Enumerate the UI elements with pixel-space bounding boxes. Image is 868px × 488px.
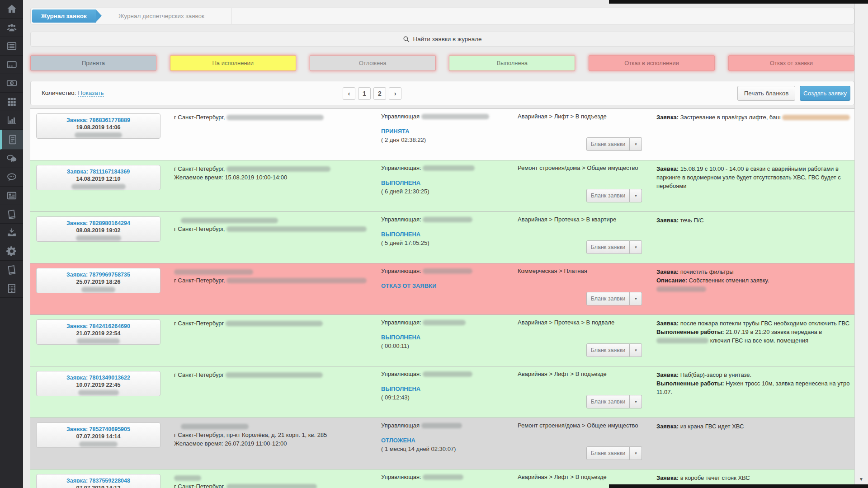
chat-icon — [6, 153, 18, 164]
address-line: г Санкт-Петербург, — [174, 225, 373, 233]
filter-refused-execution-button[interactable]: Отказ в исполнении — [589, 55, 715, 71]
next-page-button[interactable]: › — [389, 87, 401, 100]
request-card-link[interactable]: Заявка: 781116718436914.08.2019 12:10 — [36, 165, 160, 190]
redacted-text — [423, 474, 463, 480]
request-form-dropdown-caret[interactable]: ▾ — [630, 446, 642, 460]
request-datetime: 10.07.2019 22:45 — [37, 382, 160, 388]
request-card-link[interactable]: Заявка: 787996975873525.07.2019 18:26 — [36, 268, 160, 293]
description-line: Выполненные работы: 21.07.19 в 21:20 зая… — [656, 328, 852, 336]
request-id: Заявка: 7879969758735 — [37, 272, 160, 278]
request-form-button[interactable]: Бланк заявки — [586, 395, 630, 408]
request-card-link[interactable]: Заявка: 782898016429408.08.2019 19:02 — [36, 216, 160, 242]
description-field-label: Выполненные работы: — [656, 380, 726, 387]
request-datetime: 25.07.2019 18:26 — [37, 279, 160, 285]
prev-page-button[interactable]: ‹ — [343, 87, 355, 100]
description-line — [656, 285, 852, 293]
sidebar-item-gear[interactable] — [0, 242, 23, 261]
page-1-button[interactable]: 1 — [358, 87, 371, 100]
request-card-link[interactable]: Заявка: 780134901362210.07.2019 22:45 — [36, 371, 160, 396]
request-form-dropdown-caret[interactable]: ▾ — [630, 343, 642, 357]
request-form-dropdown-caret[interactable]: ▾ — [630, 137, 642, 151]
show-count-link[interactable]: Показать — [78, 89, 104, 97]
sidebar-item-chat[interactable] — [0, 150, 23, 168]
sidebar-item-news[interactable] — [0, 187, 23, 205]
request-form-button[interactable]: Бланк заявки — [586, 240, 630, 254]
sidebar-item-journal[interactable] — [0, 261, 23, 279]
request-id: Заявка: 7842416264690 — [37, 323, 160, 329]
description-field-label: Описание: — [656, 277, 689, 284]
request-address: г Санкт-Петербург, — [174, 216, 373, 233]
request-row: Заявка: 781116718436914.08.2019 12:10г С… — [30, 160, 854, 212]
request-form-dropdown-caret[interactable]: ▾ — [630, 240, 642, 254]
filter-refused-request-button[interactable]: Отказ от заявки — [728, 55, 854, 71]
main-content: Журнал заявок Журнал диспетчерских заяво… — [23, 0, 868, 488]
request-form-button[interactable]: Бланк заявки — [586, 137, 630, 151]
redacted-text — [79, 441, 118, 447]
create-request-button[interactable]: Создать заявку — [800, 86, 850, 101]
scroll-down-icon[interactable]: ▼ — [859, 477, 863, 482]
request-form-button[interactable]: Бланк заявки — [586, 343, 630, 357]
redacted-text — [78, 390, 119, 395]
redacted-text — [423, 371, 472, 377]
journal-icon — [6, 264, 18, 276]
filter-done-button[interactable]: Выполнена — [449, 55, 575, 71]
search-bar[interactable]: Найти заявки в журнале — [30, 32, 854, 47]
sidebar-item-book[interactable] — [0, 205, 23, 224]
filter-in-progress-button[interactable]: На исполнении — [170, 55, 296, 71]
sidebar-item-grid[interactable] — [0, 93, 23, 111]
request-card-link[interactable]: Заявка: 783755922804807.07.2019 14:12 — [36, 474, 160, 488]
request-card-link[interactable]: Заявка: 786836177888919.08.2019 14:06 — [36, 113, 160, 139]
sidebar-item-card[interactable] — [0, 56, 23, 74]
description-line: Заявка: Паб(бар)-засор в унитазе. — [656, 371, 852, 379]
request-form-split-button: Бланк заявки▾ — [586, 395, 642, 408]
sidebar-item-chart[interactable] — [0, 111, 23, 130]
request-company — [37, 131, 160, 139]
sidebar-item-home[interactable] — [0, 0, 23, 19]
redacted-line — [174, 422, 373, 431]
sidebar-item-document[interactable] — [0, 130, 23, 150]
management-company: Управляющая: — [381, 216, 472, 223]
address-line: г Санкт-Петербург, — [174, 276, 373, 285]
request-description: Заявка: из крана ГВС идет ХВС — [656, 422, 852, 431]
request-card-link[interactable]: Заявка: 785274069590507.07.2019 14:14 — [36, 422, 160, 448]
redacted-text — [226, 166, 330, 172]
request-row: Заявка: 787996975873525.07.2019 18:26г С… — [30, 263, 854, 315]
sidebar-item-building[interactable] — [0, 279, 23, 298]
description-field-label: Заявка: — [656, 474, 680, 481]
vertical-scrollbar[interactable]: ▼ — [854, 0, 868, 488]
request-form-dropdown-caret[interactable]: ▾ — [630, 292, 642, 305]
filter-postponed-button[interactable]: Отложена — [310, 55, 436, 71]
request-form-dropdown-caret[interactable]: ▾ — [630, 189, 642, 202]
redacted-text — [782, 115, 850, 120]
request-list: Заявка: 786836177888919.08.2019 14:06г С… — [30, 108, 854, 488]
redacted-text — [226, 226, 367, 232]
request-form-button[interactable]: Бланк заявки — [586, 292, 630, 305]
tab-request-journal[interactable]: Журнал заявок — [32, 9, 96, 23]
sidebar-item-money[interactable] — [0, 74, 23, 93]
request-company — [37, 388, 160, 396]
redacted-text — [421, 114, 489, 119]
request-datetime: 07.07.2019 14:14 — [37, 433, 160, 440]
list-icon — [6, 40, 18, 52]
page-2-button[interactable]: 2 — [373, 87, 386, 100]
request-form-button[interactable]: Бланк заявки — [586, 189, 630, 202]
sidebar-item-comment[interactable] — [0, 168, 23, 187]
sidebar-item-users[interactable] — [0, 19, 23, 37]
request-card-link[interactable]: Заявка: 784241626469021.07.2019 22:54 — [36, 319, 160, 345]
users-icon — [6, 22, 18, 33]
redacted-line — [174, 474, 373, 482]
request-form-dropdown-caret[interactable]: ▾ — [630, 395, 642, 408]
filter-accepted-button[interactable]: Принята — [30, 55, 156, 71]
status-label: ОТКАЗ ОТ ЗАЯВКИ — [381, 282, 436, 289]
management-company: Управляющая: — [381, 164, 475, 171]
status-duration: ( 00:00:11) — [381, 343, 409, 349]
print-forms-button[interactable]: Печать бланков — [737, 86, 795, 101]
request-form-button[interactable]: Бланк заявки — [586, 446, 630, 460]
status-label: ВЫПОЛНЕНА — [381, 231, 420, 238]
sidebar-item-download[interactable] — [0, 224, 23, 242]
status-label: ВЫПОЛНЕНА — [381, 334, 420, 341]
tab-dispatcher-journal[interactable]: Журнал диспетчерских заявок — [104, 8, 232, 24]
request-category: Коммерческая > Платная — [518, 267, 587, 274]
sidebar-item-list[interactable] — [0, 37, 23, 56]
request-id: Заявка: 7801349013622 — [37, 375, 160, 381]
